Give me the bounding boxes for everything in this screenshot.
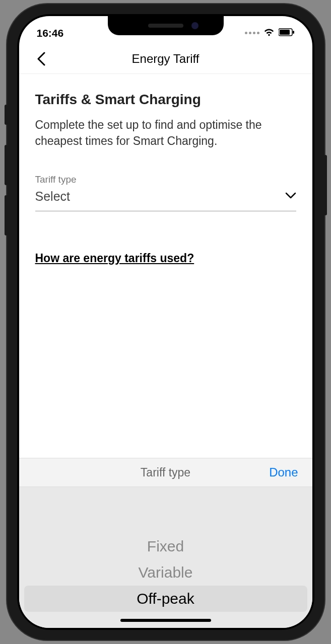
nav-header: Energy Tariff [19,44,312,74]
status-icons [245,27,295,40]
picker-toolbar: Tariff type Done [19,458,312,487]
section-title: Tariffs & Smart Charging [35,92,296,108]
speaker [148,24,183,28]
section-description: Complete the set up to find and optimise… [35,117,296,149]
wifi-icon [263,27,275,40]
status-time: 16:46 [37,27,64,39]
tariff-type-label: Tariff type [35,174,296,185]
screen: 16:46 Energy Tariff [19,16,312,628]
picker-body[interactable]: Fixed Variable Off-peak [19,487,312,628]
picker-option-variable[interactable]: Variable [19,559,312,586]
svg-rect-2 [293,31,294,34]
phone-frame: 16:46 Energy Tariff [7,4,324,640]
tariff-type-select[interactable]: Select [35,189,296,211]
picker-option-off-peak[interactable]: Off-peak [24,586,307,612]
notch [108,16,224,35]
svg-rect-1 [280,30,290,35]
front-camera [191,22,198,29]
volume-down-button [5,195,8,235]
picker-done-button[interactable]: Done [269,465,298,479]
page-title: Energy Tariff [19,52,312,66]
help-link[interactable]: How are energy tariffs used? [35,252,194,265]
chevron-down-icon [285,192,296,201]
tariff-type-value: Select [35,189,70,204]
chevron-left-icon [37,52,46,66]
volume-up-button [5,145,8,185]
picker-option-fixed[interactable]: Fixed [19,533,312,559]
signal-icon [245,32,259,34]
picker-title: Tariff type [141,466,190,479]
battery-icon [279,28,295,38]
power-button [324,155,327,215]
picker-options: Fixed Variable Off-peak [19,533,312,612]
mute-switch [5,105,8,125]
picker: Tariff type Done Fixed Variable Off-peak [19,458,312,628]
back-button[interactable] [31,49,51,69]
home-indicator[interactable] [120,619,211,622]
